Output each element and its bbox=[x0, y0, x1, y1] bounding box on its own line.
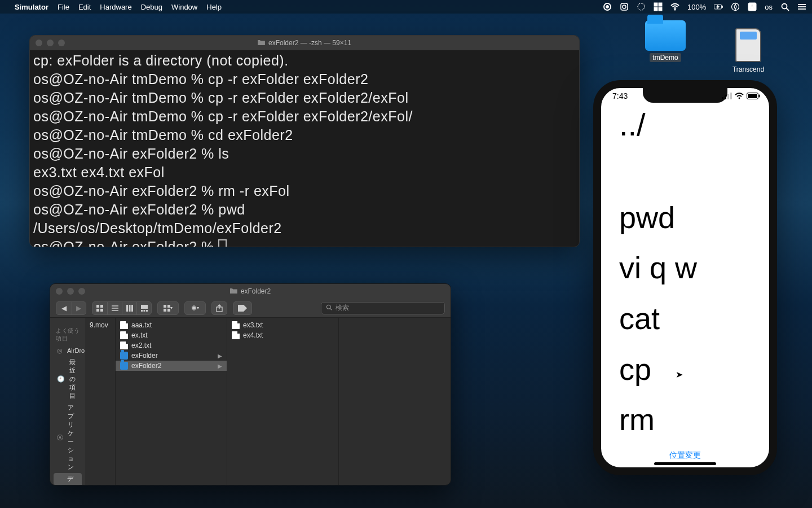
terminal-body[interactable]: cp: exFolder is a directory (not copied)… bbox=[30, 50, 579, 247]
iphone-simulator[interactable]: 7:43 ../ pwd vi q w cat cp rm 位置変更 ➤ bbox=[593, 80, 777, 475]
sim-parent-dir[interactable]: ../ bbox=[619, 108, 761, 142]
svg-rect-28 bbox=[126, 305, 128, 312]
spotlight-icon[interactable] bbox=[780, 2, 789, 11]
sidebar-item-desktop[interactable]: ▭デスクトップ bbox=[54, 473, 82, 485]
search-field[interactable]: 検索 bbox=[321, 302, 445, 314]
desktop-volume-label: Transcend bbox=[732, 65, 764, 73]
control-center-icon[interactable] bbox=[797, 2, 806, 11]
svg-rect-45 bbox=[730, 93, 732, 99]
finder-sidebar: よく使う項目 ◎AirDrop 🕘最近の項目 Ⓐアプリケーション ▭デスクトップ… bbox=[50, 318, 85, 485]
home-indicator[interactable] bbox=[654, 462, 716, 465]
finder-titlebar[interactable]: exFolder2 bbox=[50, 284, 451, 299]
group-by-button[interactable]: ▾ bbox=[158, 302, 178, 314]
finder-column-2[interactable]: ex3.txt ex4.txt bbox=[227, 318, 339, 485]
menu-help[interactable]: Help bbox=[206, 3, 222, 11]
sim-item-pwd[interactable]: pwd bbox=[619, 192, 761, 243]
menu-file[interactable]: File bbox=[58, 3, 69, 11]
finder-window[interactable]: exFolder2 ◀ ▶ ▾ ✱ ▾ 検索 よく使う項目 ◎AirDrop bbox=[50, 283, 451, 485]
sim-item-cp[interactable]: cp bbox=[619, 344, 761, 395]
svg-rect-37 bbox=[164, 309, 166, 312]
list-item[interactable]: exFolder▶ bbox=[116, 351, 227, 361]
desktop-volume-transcend[interactable]: Transcend bbox=[723, 28, 774, 73]
folder-icon bbox=[230, 287, 237, 295]
sim-item-cat[interactable]: cat bbox=[619, 294, 761, 344]
document-icon bbox=[120, 341, 128, 349]
sidebar-item-recent[interactable]: 🕘最近の項目 bbox=[54, 356, 82, 402]
view-list-button[interactable] bbox=[107, 302, 122, 314]
list-item[interactable]: ex3.txt bbox=[227, 320, 338, 330]
sim-status-icons bbox=[722, 93, 760, 99]
document-icon bbox=[232, 321, 240, 329]
svg-rect-32 bbox=[141, 310, 143, 312]
compass-icon[interactable] bbox=[731, 2, 740, 11]
input-source-icon[interactable]: A bbox=[748, 2, 757, 11]
document-icon bbox=[120, 321, 128, 329]
battery-icon[interactable] bbox=[714, 2, 723, 11]
svg-rect-30 bbox=[131, 305, 133, 312]
list-item[interactable]: exFolder2▶ bbox=[116, 361, 227, 371]
menubar: Simulator File Edit Hardware Debug Windo… bbox=[0, 0, 812, 14]
forward-button[interactable]: ▶ bbox=[71, 302, 86, 314]
list-item[interactable]: ex2.txt bbox=[116, 340, 227, 351]
finder-column-0[interactable]: 9.mov bbox=[85, 318, 116, 485]
view-mode-buttons bbox=[92, 301, 152, 315]
menubar-user[interactable]: os bbox=[765, 3, 773, 11]
list-item[interactable]: 9.mov bbox=[85, 320, 115, 330]
zoom-icon[interactable] bbox=[78, 288, 85, 295]
svg-rect-49 bbox=[759, 95, 760, 98]
wifi-icon[interactable] bbox=[670, 2, 679, 11]
svg-rect-8 bbox=[659, 7, 662, 11]
window-controls[interactable] bbox=[50, 288, 85, 295]
view-icon-button[interactable] bbox=[92, 302, 107, 314]
finder-column-1[interactable]: aaa.txt ex.txt ex2.txt exFolder▶ exFolde… bbox=[116, 318, 227, 485]
record-icon[interactable] bbox=[603, 2, 612, 11]
share-button[interactable] bbox=[212, 302, 227, 314]
sidebar-item-applications[interactable]: Ⓐアプリケーション bbox=[54, 402, 82, 473]
shape-icon[interactable] bbox=[637, 2, 646, 11]
finder-title: exFolder2 bbox=[241, 287, 271, 295]
zoom-icon[interactable] bbox=[58, 40, 65, 46]
finder-column-3[interactable] bbox=[339, 318, 451, 485]
close-icon[interactable] bbox=[36, 40, 42, 46]
menu-window[interactable]: Window bbox=[171, 3, 197, 11]
grid-icon[interactable] bbox=[654, 2, 663, 11]
sim-screen[interactable]: ../ pwd vi q w cat cp rm bbox=[609, 108, 761, 441]
sim-item-vi[interactable]: vi q w bbox=[619, 243, 761, 294]
list-item[interactable]: aaa.txt bbox=[116, 320, 227, 330]
svg-point-40 bbox=[326, 305, 330, 309]
back-button[interactable]: ◀ bbox=[56, 302, 71, 314]
svg-rect-5 bbox=[654, 3, 657, 6]
terminal-titlebar[interactable]: exFolder2 — -zsh — 59×11 bbox=[30, 36, 579, 50]
chevron-right-icon: ▶ bbox=[218, 353, 222, 359]
document-icon bbox=[232, 331, 240, 339]
list-item[interactable]: ex.txt bbox=[116, 330, 227, 340]
menubar-app[interactable]: Simulator bbox=[15, 3, 48, 11]
close-icon[interactable] bbox=[56, 288, 63, 295]
svg-marker-12 bbox=[717, 5, 720, 8]
loop-icon[interactable] bbox=[620, 2, 629, 11]
svg-rect-35 bbox=[164, 305, 166, 308]
tags-button[interactable] bbox=[233, 302, 251, 314]
svg-point-46 bbox=[739, 98, 740, 99]
desktop-folder-tmdemo[interactable]: tmDemo bbox=[640, 20, 691, 62]
action-button[interactable]: ✱ ▾ bbox=[185, 302, 205, 314]
terminal-window[interactable]: exFolder2 — -zsh — 59×11 cp: exFolder is… bbox=[29, 35, 580, 247]
terminal-title: exFolder2 — -zsh — 59×11 bbox=[268, 39, 351, 47]
svg-rect-11 bbox=[722, 6, 722, 8]
menu-hardware[interactable]: Hardware bbox=[100, 3, 131, 11]
sd-card-icon bbox=[735, 28, 761, 62]
menu-debug[interactable]: Debug bbox=[141, 3, 162, 11]
sim-footer-link[interactable]: 位置変更 bbox=[601, 450, 769, 461]
list-item[interactable]: ex4.txt bbox=[227, 330, 338, 340]
sim-item-rm[interactable]: rm bbox=[619, 395, 761, 441]
window-controls[interactable] bbox=[30, 40, 65, 46]
menu-edit[interactable]: Edit bbox=[78, 3, 91, 11]
minimize-icon[interactable] bbox=[47, 40, 54, 46]
sidebar-item-airdrop[interactable]: ◎AirDrop bbox=[54, 345, 82, 356]
svg-rect-43 bbox=[725, 95, 726, 99]
iphone-notch bbox=[643, 87, 727, 103]
view-column-button[interactable] bbox=[122, 302, 136, 314]
view-gallery-button[interactable] bbox=[136, 302, 151, 314]
minimize-icon[interactable] bbox=[67, 288, 74, 295]
svg-rect-7 bbox=[654, 7, 657, 11]
